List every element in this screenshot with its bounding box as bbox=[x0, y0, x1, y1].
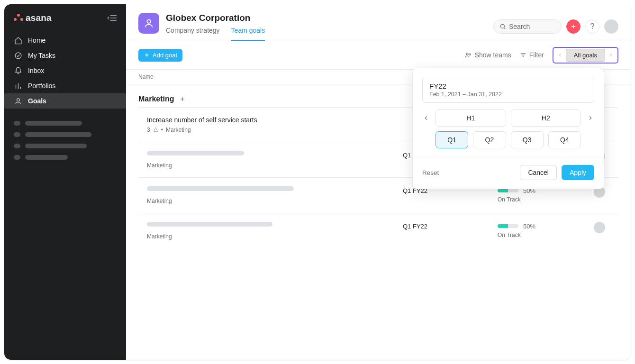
svg-point-8 bbox=[147, 20, 150, 23]
brand-name: asana bbox=[26, 13, 52, 23]
svg-point-15 bbox=[466, 53, 468, 55]
option-q1[interactable]: Q1 bbox=[435, 131, 468, 148]
nav-item-goals[interactable]: Goals bbox=[4, 93, 126, 109]
check-circle-icon bbox=[14, 51, 22, 60]
brand-logo[interactable]: asana bbox=[14, 13, 52, 23]
svg-point-7 bbox=[17, 98, 19, 101]
main-content: Globex Corporation Company strategy Team… bbox=[126, 4, 631, 360]
add-goal-button[interactable]: Add goal bbox=[138, 49, 182, 62]
reset-link[interactable]: Reset bbox=[422, 169, 439, 176]
option-q4[interactable]: Q4 bbox=[548, 131, 581, 148]
goal-title-placeholder bbox=[147, 186, 294, 191]
svg-point-9 bbox=[500, 25, 504, 28]
home-icon bbox=[14, 36, 22, 45]
option-h2[interactable]: H2 bbox=[511, 109, 581, 127]
asana-dots-icon bbox=[14, 14, 23, 22]
goal-period: Q1 FY22 bbox=[403, 222, 488, 230]
goal-team: Marketing bbox=[147, 162, 172, 169]
page-title: Globex Corporation bbox=[166, 13, 265, 24]
option-h1[interactable]: H1 bbox=[435, 109, 506, 127]
goal-title-placeholder bbox=[147, 222, 272, 227]
subgoals-icon bbox=[153, 127, 158, 132]
collapse-sidebar-icon[interactable] bbox=[107, 14, 118, 22]
chevron-left-icon bbox=[557, 52, 563, 58]
period-selector: All goals bbox=[553, 47, 618, 64]
progress-bar bbox=[498, 189, 518, 192]
page-header: Globex Corporation Company strategy Team… bbox=[126, 4, 631, 41]
help-button[interactable]: ? bbox=[585, 19, 599, 34]
add-button[interactable] bbox=[566, 19, 581, 34]
bell-icon bbox=[14, 66, 22, 75]
period-prev-button[interactable] bbox=[554, 49, 566, 61]
popover-prev-button[interactable] bbox=[422, 115, 430, 121]
team-avatar[interactable] bbox=[138, 13, 159, 34]
popover-next-button[interactable] bbox=[587, 115, 594, 121]
goal-row[interactable]: Marketing Q1 FY22 50% On Track bbox=[138, 213, 618, 248]
progress-bar bbox=[498, 224, 518, 228]
nav-item-my-tasks[interactable]: My Tasks bbox=[4, 48, 126, 63]
search-placeholder: Search bbox=[509, 23, 530, 30]
sidebar-skeleton bbox=[4, 111, 126, 169]
chevron-right-icon bbox=[587, 115, 594, 121]
fy-range: Feb 1, 2021 – Jan 31, 2022 bbox=[429, 91, 587, 98]
progress-status: On Track bbox=[498, 196, 578, 203]
search-icon bbox=[499, 23, 506, 30]
toolbar: Add goal Show teams Filter All goals bbox=[126, 41, 631, 69]
period-label-button[interactable]: All goals bbox=[566, 49, 605, 62]
progress-status: On Track bbox=[498, 232, 578, 238]
question-icon: ? bbox=[590, 22, 595, 31]
plus-icon bbox=[144, 52, 150, 58]
chevron-left-icon bbox=[423, 115, 429, 121]
filter-label: Filter bbox=[529, 51, 544, 59]
nav-label: Inbox bbox=[28, 67, 44, 74]
svg-marker-22 bbox=[154, 128, 157, 132]
plus-icon bbox=[570, 23, 577, 30]
nav-item-inbox[interactable]: Inbox bbox=[4, 63, 126, 78]
nav-item-portfolios[interactable]: Portfolios bbox=[4, 78, 126, 93]
option-q3[interactable]: Q3 bbox=[511, 131, 544, 148]
goal-title: Increase number of self service starts bbox=[147, 116, 393, 124]
goal-team: Marketing bbox=[166, 127, 191, 133]
period-popover: FY22 Feb 1, 2021 – Jan 31, 2022 H1 H2 Q1… bbox=[412, 68, 604, 189]
cancel-button[interactable]: Cancel bbox=[520, 165, 557, 180]
section-title: Marketing bbox=[138, 95, 174, 103]
period-next-button[interactable] bbox=[605, 49, 617, 61]
nav-label: My Tasks bbox=[28, 52, 55, 59]
chevron-right-icon bbox=[608, 52, 614, 58]
tab-team-goals[interactable]: Team goals bbox=[231, 25, 265, 41]
nav-label: Home bbox=[28, 36, 45, 44]
subgoal-count: 3 bbox=[147, 127, 150, 133]
nav-label: Goals bbox=[28, 97, 46, 105]
meta-separator: • bbox=[161, 127, 163, 133]
filter-icon bbox=[520, 52, 526, 58]
goal-team: Marketing bbox=[147, 233, 172, 240]
owner-avatar[interactable] bbox=[594, 222, 605, 233]
option-q2[interactable]: Q2 bbox=[473, 131, 506, 148]
primary-nav: Home My Tasks Inbox Portfolios Goals bbox=[4, 30, 126, 111]
fiscal-year-box[interactable]: FY22 Feb 1, 2021 – Jan 31, 2022 bbox=[422, 77, 594, 103]
show-teams-link[interactable]: Show teams bbox=[464, 51, 511, 59]
bar-chart-icon bbox=[14, 82, 22, 90]
nav-label: Portfolios bbox=[28, 82, 55, 90]
team-icon bbox=[464, 51, 472, 59]
user-avatar[interactable] bbox=[604, 19, 618, 34]
goal-title-placeholder bbox=[147, 151, 244, 155]
add-goal-label: Add goal bbox=[153, 52, 177, 59]
person-icon bbox=[14, 97, 22, 105]
show-teams-label: Show teams bbox=[475, 51, 511, 59]
filter-link[interactable]: Filter bbox=[520, 51, 544, 59]
fy-label: FY22 bbox=[429, 82, 587, 90]
svg-point-3 bbox=[15, 53, 21, 59]
apply-button[interactable]: Apply bbox=[562, 165, 594, 180]
plus-icon bbox=[179, 96, 186, 102]
sidebar: asana Home My Tasks Inbox Portfolios bbox=[4, 4, 126, 360]
nav-item-home[interactable]: Home bbox=[4, 33, 126, 48]
svg-line-10 bbox=[504, 28, 505, 29]
search-input[interactable]: Search bbox=[493, 19, 562, 34]
progress-pct: 50% bbox=[523, 223, 535, 230]
tab-company-strategy[interactable]: Company strategy bbox=[166, 25, 220, 41]
goal-team: Marketing bbox=[147, 198, 172, 204]
svg-point-16 bbox=[469, 54, 470, 55]
add-section-button[interactable] bbox=[179, 96, 186, 102]
